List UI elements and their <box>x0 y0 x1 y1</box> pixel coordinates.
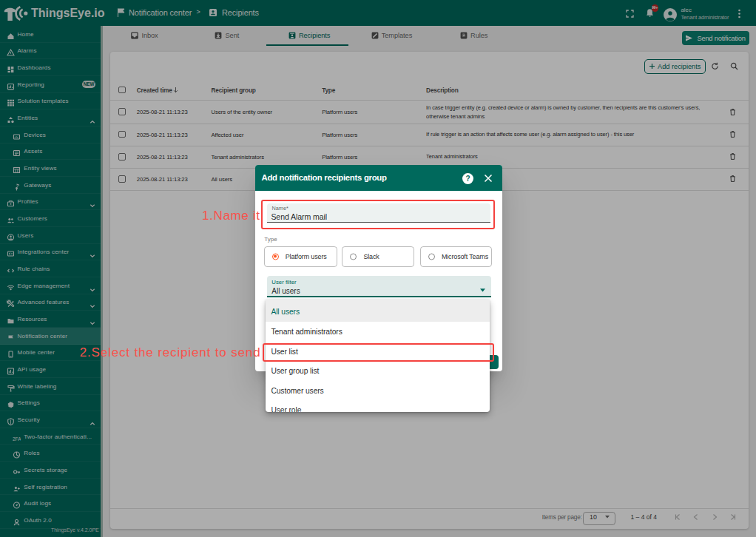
svg-text:?: ? <box>466 175 470 183</box>
